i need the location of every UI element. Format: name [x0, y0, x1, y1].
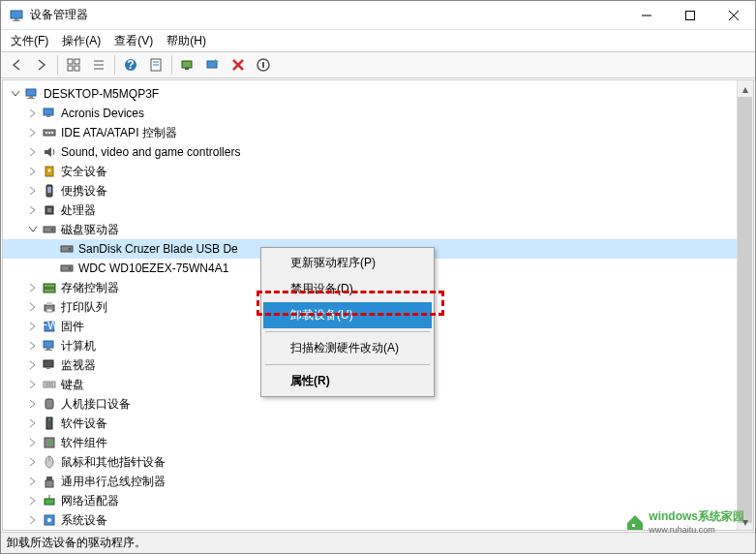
statusbar: 卸载所选设备的驱动程序。 [1, 532, 755, 553]
vertical-scrollbar[interactable]: ▴ ▾ [737, 80, 753, 530]
expand-icon[interactable] [26, 455, 40, 469]
tree-node-16[interactable]: 鼠标和其他指针设备 [3, 452, 737, 472]
forward-button[interactable] [30, 54, 53, 76]
expand-icon[interactable] [26, 494, 40, 508]
list-button[interactable] [87, 54, 110, 76]
expand-icon[interactable] [26, 300, 40, 314]
close-button[interactable] [711, 1, 755, 29]
component-icon [42, 435, 57, 450]
svg-rect-20 [185, 68, 189, 70]
tree-node-label: 鼠标和其他指针设备 [61, 454, 166, 471]
tree-node-3[interactable]: 安全设备 [3, 162, 737, 181]
tree-node-14[interactable]: 软件设备 [3, 414, 737, 433]
expand-icon[interactable] [26, 145, 40, 159]
tree-node-18[interactable]: 网络适配器 [3, 491, 737, 510]
menu-view[interactable]: 查看(V) [108, 31, 159, 51]
svg-rect-4 [685, 11, 694, 19]
view-button[interactable] [62, 54, 85, 76]
svg-rect-49 [46, 302, 52, 305]
tree-node-label: 软件组件 [61, 435, 107, 451]
expand-icon[interactable] [26, 203, 40, 217]
tree-node-15[interactable]: 软件组件 [3, 433, 737, 452]
disable-button[interactable] [252, 54, 275, 76]
tree-node-label: 网络适配器 [61, 493, 119, 509]
tree-node-2[interactable]: Sound, video and game controllers [3, 142, 737, 162]
help-icon[interactable]: ? [119, 54, 142, 76]
menu-file[interactable]: 文件(F) [5, 31, 54, 51]
tree-node-label: Acronis Devices [61, 107, 144, 120]
ctx-scan-hardware[interactable]: 扫描检测硬件改动(A) [263, 335, 432, 361]
tree-node-label: 便携设备 [61, 183, 107, 200]
tree-node-1[interactable]: IDE ATA/ATAPI 控制器 [3, 123, 737, 142]
watermark: windows系统家园 www.ruhaitu.com [625, 508, 744, 535]
svg-point-63 [48, 418, 50, 420]
computer-icon [24, 86, 40, 102]
expand-icon[interactable] [26, 378, 40, 391]
tree-node-label: SanDisk Cruzer Blade USB De [78, 242, 238, 256]
scan-button[interactable] [176, 54, 199, 76]
tree-root[interactable]: DESKTOP-M5MQP3F [3, 84, 737, 104]
ctx-disable[interactable]: 禁用设备(D) [263, 276, 432, 302]
tree-node-label: 固件 [61, 319, 84, 335]
tree-node-0[interactable]: Acronis Devices [3, 104, 737, 123]
expand-icon[interactable] [26, 339, 40, 353]
expand-icon[interactable] [26, 281, 40, 294]
expand-icon[interactable] [26, 475, 40, 488]
svg-rect-55 [45, 350, 52, 351]
scroll-up-icon[interactable]: ▴ [738, 80, 753, 97]
svg-point-73 [47, 518, 51, 522]
expand-icon[interactable] [26, 320, 40, 333]
uninstall-button[interactable] [227, 54, 250, 76]
menu-help[interactable]: 帮助(H) [161, 31, 212, 51]
expand-icon[interactable] [26, 107, 40, 120]
menu-action[interactable]: 操作(A) [56, 31, 106, 51]
tree-node-label: 软件设备 [61, 416, 107, 432]
svg-rect-0 [11, 11, 22, 18]
expand-icon[interactable] [26, 358, 40, 372]
svg-rect-58 [44, 382, 55, 387]
expand-icon[interactable] [26, 436, 40, 449]
collapse-icon[interactable] [26, 223, 40, 236]
collapse-icon[interactable] [9, 87, 22, 101]
maximize-button[interactable] [668, 1, 711, 29]
properties-button[interactable] [144, 54, 167, 76]
minimize-button[interactable] [624, 1, 668, 29]
window-controls [624, 1, 755, 29]
svg-rect-39 [47, 208, 51, 212]
tree-node-13[interactable]: 人机接口设备 [3, 394, 737, 414]
tree-node-label: 处理器 [61, 202, 96, 219]
tree-node-label: 通用串行总线控制器 [61, 474, 166, 490]
ctx-properties[interactable]: 属性(R) [263, 368, 432, 394]
disk-item-icon [59, 241, 75, 257]
scroll-thumb[interactable] [738, 97, 752, 523]
svg-point-43 [69, 248, 72, 251]
tree-node-label: 安全设备 [61, 164, 107, 180]
window-title: 设备管理器 [30, 7, 624, 23]
tree-node-6[interactable]: 磁盘驱动器 [3, 220, 737, 239]
expand-icon[interactable] [26, 416, 40, 430]
expand-icon[interactable] [26, 165, 40, 178]
toolbar-separator [57, 55, 58, 75]
ctx-update-driver[interactable]: 更新驱动程序(P) [263, 250, 432, 276]
expand-icon[interactable] [26, 513, 40, 527]
expand-icon[interactable] [26, 126, 40, 139]
tree-node-label: 监视器 [61, 357, 96, 374]
toolbar-separator [171, 55, 172, 75]
expand-icon[interactable] [26, 184, 40, 198]
usb-icon [42, 474, 57, 489]
ctx-uninstall[interactable]: 卸载设备(U) [263, 302, 432, 328]
tree-node-label: 系统设备 [61, 512, 107, 529]
expand-icon[interactable] [26, 397, 40, 411]
portable-icon [42, 183, 57, 199]
mouse-icon [42, 454, 57, 470]
tree-node-label: 存储控制器 [61, 280, 119, 296]
hid-icon [42, 396, 57, 412]
tree-node-17[interactable]: 通用串行总线控制器 [3, 472, 737, 491]
back-button[interactable] [5, 54, 28, 76]
storage-icon [42, 280, 57, 295]
tree-node-4[interactable]: 便携设备 [3, 181, 737, 200]
svg-rect-74 [632, 524, 635, 527]
update-button[interactable] [201, 54, 225, 76]
tree-node-5[interactable]: 处理器 [3, 200, 737, 220]
tree-node-label: 键盘 [61, 377, 84, 393]
